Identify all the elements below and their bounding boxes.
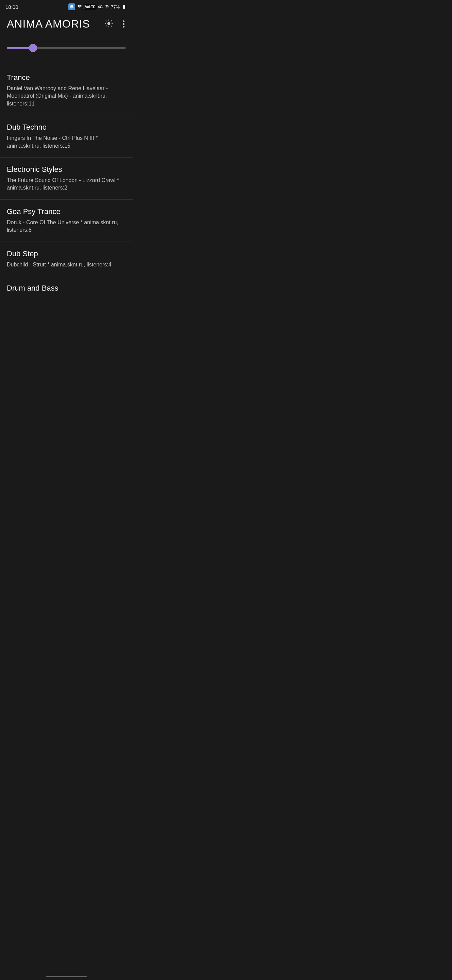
more-options-button[interactable] — [121, 19, 126, 29]
station-item-goa-psy-trance[interactable]: Goa Psy Trance Doruk - Core Of The Unive… — [0, 200, 133, 242]
battery-icon — [121, 5, 127, 9]
status-time: 18:00 — [5, 4, 18, 10]
station-item-drum-and-bass[interactable]: Drum and Bass — [0, 276, 133, 303]
station-info-dub-techno: Fingers In The Noise - Ctrl Plus N III *… — [7, 134, 126, 150]
4g-icon: 4G — [98, 5, 103, 9]
notification-icon — [68, 3, 75, 10]
station-genre-electronic-styles: Electronic Styles — [7, 165, 126, 174]
station-genre-goa-psy-trance: Goa Psy Trance — [7, 207, 126, 216]
station-list: Trance Daniel Van Wanrooy and Rene Havel… — [0, 66, 133, 303]
header: ANIMA AMORIS — [0, 12, 133, 37]
wifi-icon — [76, 5, 82, 9]
station-info-electronic-styles: The Future Sound Of London - Lizzard Cra… — [7, 177, 126, 192]
station-genre-trance: Trance — [7, 73, 126, 82]
brightness-icon — [105, 19, 113, 28]
status-icons: VoLTE 4G 77% — [68, 3, 127, 10]
station-info-goa-psy-trance: Doruk - Core Of The Universe * anima.skn… — [7, 219, 126, 234]
app-title: ANIMA AMORIS — [7, 18, 90, 30]
slider-track[interactable] — [7, 47, 126, 49]
station-info-trance: Daniel Van Wanrooy and Rene Havelaar - M… — [7, 85, 126, 108]
station-genre-drum-and-bass: Drum and Bass — [7, 284, 126, 293]
status-bar: 18:00 VoLTE 4G 77% — [0, 0, 133, 12]
svg-point-0 — [108, 22, 111, 25]
volte-icon: VoLTE — [84, 5, 96, 9]
slider-thumb[interactable] — [29, 44, 37, 52]
station-item-dub-step[interactable]: Dub Step Dubchild - Strutt * anima.sknt.… — [0, 242, 133, 276]
battery-percent: 77% — [111, 5, 120, 10]
signal-icon — [104, 5, 109, 9]
station-item-electronic-styles[interactable]: Electronic Styles The Future Sound Of Lo… — [0, 158, 133, 200]
brightness-button[interactable] — [103, 18, 114, 30]
station-info-dub-step: Dubchild - Strutt * anima.sknt.ru, liste… — [7, 261, 126, 269]
header-icons — [103, 18, 126, 30]
more-icon — [123, 21, 124, 27]
station-item-trance[interactable]: Trance Daniel Van Wanrooy and Rene Havel… — [0, 66, 133, 115]
station-genre-dub-techno: Dub Techno — [7, 123, 126, 132]
volume-slider-container — [0, 37, 133, 66]
station-item-dub-techno[interactable]: Dub Techno Fingers In The Noise - Ctrl P… — [0, 115, 133, 158]
station-genre-dub-step: Dub Step — [7, 250, 126, 258]
